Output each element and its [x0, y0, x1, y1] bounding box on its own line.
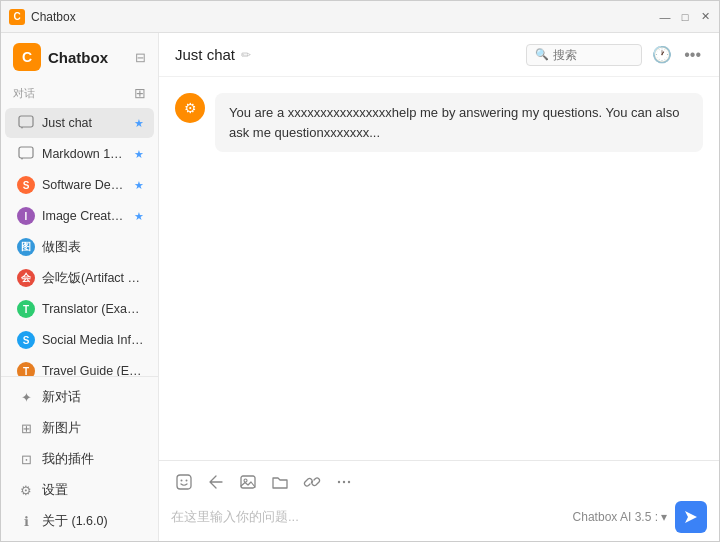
more-icon[interactable]: •••	[682, 44, 703, 66]
chat-input-row: 在这里输入你的问题... Chatbox AI 3.5 : ▾	[171, 501, 707, 533]
close-button[interactable]: ✕	[699, 11, 711, 23]
chevron-down-icon: ▾	[661, 510, 667, 524]
sidebar-item-label: Translator (Example)	[42, 302, 144, 316]
emoji-button[interactable]	[171, 469, 197, 495]
message-row: ⚙ You are a xxxxxxxxxxxxxxxxhelp me by a…	[175, 93, 703, 152]
input-placeholder[interactable]: 在这里输入你的问题...	[171, 506, 573, 528]
sidebar-item-just-chat[interactable]: Just chat ★	[5, 108, 154, 138]
sidebar-item-label: Travel Guide (Example)	[42, 364, 144, 376]
artifact-icon: 会	[17, 269, 35, 287]
search-box[interactable]: 🔍	[526, 44, 642, 66]
sidebar-list: Just chat ★ Markdown 101 (E... ★ S Softw…	[1, 105, 158, 376]
svg-point-4	[186, 480, 188, 482]
chat-icon	[17, 114, 35, 132]
sidebar-item-label: Social Media Influence...	[42, 333, 144, 347]
image-creator-icon: I	[17, 207, 35, 225]
sidebar-item-label: Software Develop...	[42, 178, 127, 192]
sidebar-item-travel[interactable]: T Travel Guide (Example)	[5, 356, 154, 376]
send-button[interactable]	[675, 501, 707, 533]
sidebar-item-new-chat[interactable]: ✦ 新对话	[5, 382, 154, 412]
message-text: You are a xxxxxxxxxxxxxxxxhelp me by ans…	[229, 105, 679, 140]
svg-rect-1	[19, 147, 33, 158]
settings-icon: ⚙	[17, 481, 35, 499]
image-upload-button[interactable]	[235, 469, 261, 495]
sidebar-item-label: 我的插件	[42, 451, 144, 468]
sidebar-bottom: ✦ 新对话 ⊞ 新图片 ⊡ 我的插件 ⚙ 设置 ℹ 关于 (1.6.0)	[1, 376, 158, 542]
titlebar-title: Chatbox	[31, 10, 76, 24]
clear-button[interactable]	[203, 469, 229, 495]
sidebar-section: 对话 ⊞	[1, 77, 158, 105]
new-chat-icon: ✦	[17, 388, 35, 406]
sidebar-item-my-bots[interactable]: ⊡ 我的插件	[5, 444, 154, 474]
chat-icon	[17, 145, 35, 163]
sidebar-item-label: Image Creator (E...	[42, 209, 127, 223]
app-logo: C	[13, 43, 41, 71]
system-avatar: ⚙	[175, 93, 205, 123]
sidebar-item-label: 新对话	[42, 389, 144, 406]
sidebar-item-label: 新图片	[42, 420, 144, 437]
search-icon: 🔍	[535, 48, 549, 61]
sidebar-item-artifact[interactable]: 会 会吃饭(Artifact Example)	[5, 263, 154, 293]
chart-icon: 图	[17, 238, 35, 256]
sidebar-item-label: Just chat	[42, 116, 127, 130]
sidebar-item-label: 关于 (1.6.0)	[42, 513, 144, 530]
main-content: Just chat ✏ 🔍 🕐 ••• ⚙ You are a xxxxxxxx…	[159, 33, 719, 542]
svg-point-9	[348, 481, 350, 483]
app-container: C Chatbox ⊟ 对话 ⊞ Just chat ★	[1, 33, 719, 542]
sidebar-item-about[interactable]: ℹ 关于 (1.6.0)	[5, 506, 154, 536]
section-label-text: 对话	[13, 86, 35, 101]
svg-point-3	[181, 480, 183, 482]
model-selector[interactable]: Chatbox AI 3.5 : ▾	[573, 510, 667, 524]
sidebar-item-social[interactable]: S Social Media Influence...	[5, 325, 154, 355]
chat-title-row: Just chat ✏	[175, 46, 251, 63]
link-button[interactable]	[299, 469, 325, 495]
star-icon: ★	[134, 117, 144, 130]
sidebar-item-markdown[interactable]: Markdown 101 (E... ★	[5, 139, 154, 169]
about-icon: ℹ	[17, 512, 35, 530]
svg-point-8	[343, 481, 345, 483]
search-input[interactable]	[553, 48, 633, 62]
minimize-button[interactable]: —	[659, 11, 671, 23]
folder-button[interactable]	[267, 469, 293, 495]
history-icon[interactable]: 🕐	[650, 43, 674, 66]
sidebar-item-label: 会吃饭(Artifact Example)	[42, 270, 144, 287]
software-icon: S	[17, 176, 35, 194]
titlebar: C Chatbox — □ ✕	[1, 1, 719, 33]
chat-input-toolbar	[171, 469, 707, 495]
sidebar-app-title: C Chatbox	[13, 43, 108, 71]
chat-title-edit-icon[interactable]: ✏	[241, 48, 251, 62]
titlebar-left: C Chatbox	[9, 9, 76, 25]
sidebar-item-settings[interactable]: ⚙ 设置	[5, 475, 154, 505]
sidebar: C Chatbox ⊟ 对话 ⊞ Just chat ★	[1, 33, 159, 542]
my-bots-icon: ⊡	[17, 450, 35, 468]
app-name: Chatbox	[48, 49, 108, 66]
sidebar-item-label: Markdown 101 (E...	[42, 147, 127, 161]
star-icon: ★	[134, 179, 144, 192]
svg-rect-2	[177, 475, 191, 489]
sidebar-item-label: 设置	[42, 482, 144, 499]
chat-header-actions: 🔍 🕐 •••	[526, 43, 703, 66]
sidebar-edit-icon[interactable]: ⊟	[135, 50, 146, 65]
chat-input-box: 在这里输入你的问题... Chatbox AI 3.5 : ▾	[171, 506, 667, 528]
star-icon: ★	[134, 210, 144, 223]
sidebar-item-chart[interactable]: 图 做图表	[5, 232, 154, 262]
sidebar-header: C Chatbox ⊟	[1, 33, 158, 77]
add-conversation-icon[interactable]: ⊞	[134, 85, 146, 101]
chat-input-area: 在这里输入你的问题... Chatbox AI 3.5 : ▾	[159, 460, 719, 542]
titlebar-controls: — □ ✕	[659, 11, 711, 23]
sidebar-item-label: 做图表	[42, 239, 144, 256]
sidebar-item-translator[interactable]: T Translator (Example)	[5, 294, 154, 324]
more-settings-button[interactable]	[331, 469, 357, 495]
travel-icon: T	[17, 362, 35, 376]
titlebar-app-icon: C	[9, 9, 25, 25]
sidebar-item-software[interactable]: S Software Develop... ★	[5, 170, 154, 200]
svg-rect-5	[241, 476, 255, 488]
chat-header: Just chat ✏ 🔍 🕐 •••	[159, 33, 719, 77]
translator-icon: T	[17, 300, 35, 318]
chat-title: Just chat	[175, 46, 235, 63]
maximize-button[interactable]: □	[679, 11, 691, 23]
svg-point-7	[338, 481, 340, 483]
sidebar-item-image-creator[interactable]: I Image Creator (E... ★	[5, 201, 154, 231]
svg-point-6	[244, 479, 247, 482]
sidebar-item-new-image[interactable]: ⊞ 新图片	[5, 413, 154, 443]
